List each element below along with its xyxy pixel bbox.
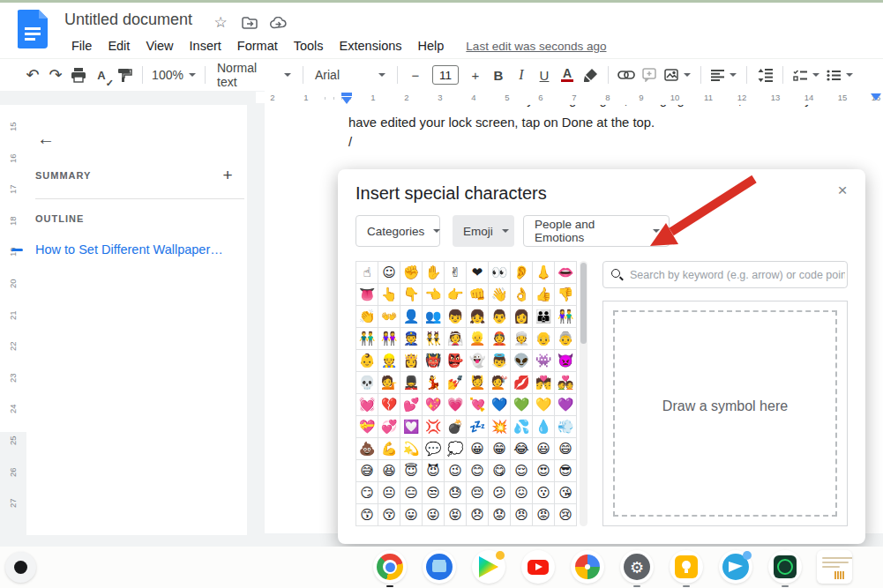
emoji-cell[interactable]: 💓 — [356, 394, 378, 415]
emoji-cell[interactable]: 👱 — [467, 328, 488, 349]
emoji-cell[interactable]: 👩 — [511, 306, 532, 327]
emoji-cell[interactable]: 😒 — [423, 482, 444, 503]
insert-image-button[interactable] — [661, 63, 694, 86]
emoji-cell[interactable]: 💖 — [423, 394, 444, 415]
emoji-cell[interactable]: 💘 — [467, 394, 488, 415]
menu-item[interactable]: Edit — [100, 36, 138, 56]
emoji-cell[interactable]: 😞 — [467, 504, 488, 525]
menu-item[interactable]: Insert — [182, 36, 229, 56]
emoji-cell[interactable]: 😖 — [511, 482, 532, 503]
emoji-cell[interactable]: 💕 — [400, 394, 422, 415]
emoji-cell[interactable]: 😇 — [400, 460, 422, 481]
emoji-cell[interactable]: 👷 — [378, 350, 400, 371]
emoji-cell[interactable]: 💦 — [511, 416, 532, 437]
emoji-cell[interactable]: 👭 — [378, 328, 400, 349]
emoji-cell[interactable]: 👫 — [555, 306, 576, 327]
emoji-cell[interactable]: 👴 — [533, 328, 554, 349]
star-icon[interactable]: ☆ — [212, 14, 229, 32]
draw-area[interactable]: Draw a symbol here — [602, 301, 848, 526]
google-photos-button[interactable] — [570, 549, 605, 584]
preview-card-button[interactable] — [817, 549, 852, 584]
emoji-cell[interactable]: 💞 — [378, 416, 400, 437]
add-comment-button[interactable] — [638, 63, 661, 86]
close-sidebar-button[interactable]: ← — [34, 126, 58, 151]
emoji-cell[interactable]: 😂 — [511, 438, 532, 459]
emoji-cell[interactable]: 💭 — [445, 438, 466, 459]
paint-format-button[interactable] — [113, 63, 136, 86]
menu-item[interactable]: Help — [410, 36, 453, 56]
emoji-cell[interactable]: 👈 — [423, 284, 444, 305]
emoji-cell[interactable]: 💫 — [400, 438, 422, 459]
font-select[interactable]: Arial — [310, 63, 391, 86]
emoji-cell[interactable]: 👵 — [555, 328, 576, 349]
underline-button[interactable]: U — [533, 63, 556, 86]
emoji-cell[interactable]: 👯 — [423, 328, 444, 349]
zoom-select[interactable]: 100% — [149, 63, 198, 86]
emoji-cell[interactable]: 😑 — [400, 482, 422, 503]
emoji-cell[interactable]: 😉 — [445, 460, 466, 481]
emoji-cell[interactable]: 👉 — [445, 284, 466, 305]
chrome-button[interactable] — [372, 549, 408, 584]
emoji-cell[interactable]: 💣 — [445, 416, 466, 437]
telegram-button[interactable] — [718, 549, 753, 584]
cloud-status-icon[interactable] — [270, 14, 288, 32]
emoji-cell[interactable]: 😓 — [445, 482, 466, 503]
emoji-cell[interactable]: 👦 — [445, 306, 466, 327]
screen-record-button[interactable] — [5, 552, 36, 583]
emoji-cell[interactable]: 💏 — [533, 372, 554, 393]
last-edit-status[interactable]: Last edit was seconds ago — [466, 40, 606, 53]
emoji-cell[interactable]: 😏 — [356, 482, 378, 503]
emoji-cell[interactable]: 👊 — [467, 284, 488, 305]
settings-button[interactable]: ⚙ — [619, 549, 655, 584]
emoji-cell[interactable]: 👪 — [533, 306, 554, 327]
emoji-cell[interactable]: ✊ — [400, 262, 422, 283]
emoji-cell[interactable]: 😍 — [533, 460, 554, 481]
youtube-button[interactable] — [520, 549, 556, 584]
emoji-cell[interactable]: 👧 — [467, 306, 488, 327]
emoji-cell[interactable]: 😚 — [378, 504, 400, 525]
print-button[interactable] — [67, 63, 90, 86]
emoji-cell[interactable]: 👺 — [445, 350, 466, 371]
emoji-cell[interactable]: 😕 — [489, 482, 510, 503]
emoji-cell[interactable]: 👻 — [467, 350, 488, 371]
style-select[interactable]: Normal text — [212, 63, 296, 86]
type-dropdown[interactable]: Emoji — [453, 215, 514, 247]
emoji-cell[interactable]: 😄 — [555, 438, 576, 459]
font-size-input[interactable]: 11 — [432, 65, 459, 85]
indent-marker-right[interactable] — [871, 93, 881, 100]
menu-item[interactable]: File — [64, 36, 100, 56]
emoji-cell[interactable]: 💛 — [533, 394, 554, 415]
emoji-cell[interactable]: 💩 — [356, 438, 378, 459]
redo-button[interactable]: ↷ — [44, 63, 67, 86]
document-title[interactable]: Untitled document — [64, 11, 192, 29]
emoji-cell[interactable]: 👶 — [356, 350, 378, 371]
emoji-cell[interactable]: 💅 — [445, 372, 466, 393]
emoji-cell[interactable]: 💜 — [555, 394, 576, 415]
emoji-cell[interactable]: 👾 — [533, 350, 554, 371]
emoji-cell[interactable]: 💥 — [489, 416, 510, 437]
emoji-cell[interactable]: 😜 — [423, 504, 444, 525]
text-color-button[interactable]: A — [556, 63, 579, 86]
checklist-button[interactable] — [789, 63, 823, 86]
emoji-cell[interactable]: 👽 — [511, 350, 532, 371]
outline-item[interactable]: How to Set Different Wallpaper… — [35, 242, 245, 257]
emoji-cell[interactable]: 😘 — [555, 482, 576, 503]
emoji-cell[interactable]: 😃 — [533, 438, 554, 459]
emoji-cell[interactable]: 👮 — [400, 328, 422, 349]
emoji-cell[interactable]: ☝ — [356, 262, 378, 283]
emoji-cell[interactable]: 😟 — [489, 504, 510, 525]
emoji-cell[interactable]: 👿 — [555, 350, 576, 371]
emoji-cell[interactable]: 👨 — [489, 306, 510, 327]
move-folder-icon[interactable] — [241, 14, 258, 32]
emoji-cell[interactable]: 😐 — [378, 482, 400, 503]
emoji-cell[interactable]: 💚 — [511, 394, 532, 415]
emoji-cell[interactable]: 💟 — [400, 416, 422, 437]
emoji-cell[interactable]: 👆 — [378, 284, 400, 305]
emoji-cell[interactable]: 👋 — [489, 284, 510, 305]
emoji-cell[interactable]: ☺ — [378, 262, 400, 283]
emoji-cell[interactable]: 💁 — [378, 372, 400, 393]
emoji-cell[interactable]: 💆 — [467, 372, 488, 393]
emoji-cell[interactable]: 💢 — [423, 416, 444, 437]
add-summary-button[interactable]: + — [217, 165, 238, 186]
subcategory-dropdown[interactable]: People and Emotions — [523, 215, 670, 247]
